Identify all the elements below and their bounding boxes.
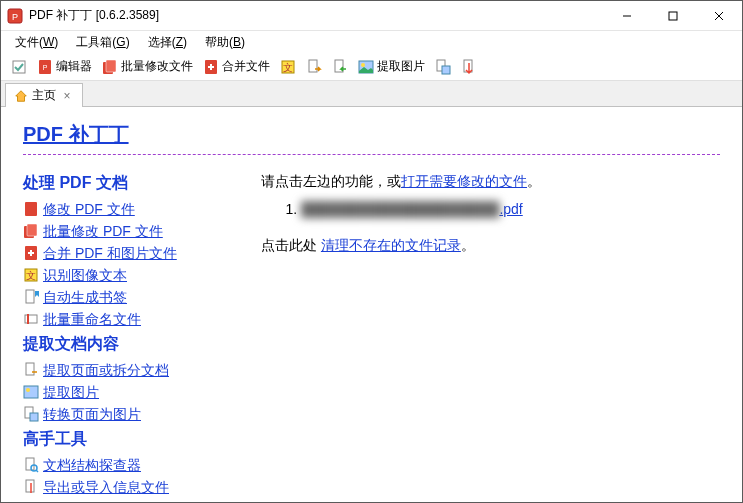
image-icon <box>358 59 374 75</box>
svg-line-37 <box>36 470 38 472</box>
svg-text:文: 文 <box>283 62 293 73</box>
svg-rect-21 <box>25 202 37 216</box>
toolbar-extract-image[interactable]: 提取图片 <box>354 56 429 77</box>
pdf-icon <box>23 201 39 217</box>
page-in-icon <box>332 59 348 75</box>
svg-rect-14 <box>309 60 317 72</box>
pdf-stack-icon <box>102 59 118 75</box>
svg-point-17 <box>361 63 365 67</box>
settings-icon <box>23 501 39 502</box>
svg-text:文: 文 <box>26 270 36 281</box>
inspect-icon <box>23 457 39 473</box>
app-icon: P <box>7 8 23 24</box>
svg-point-32 <box>26 388 30 392</box>
main-panel: 请点击左边的功能，或打开需要修改的文件。 ███████████████████… <box>261 169 720 502</box>
link-open-file[interactable]: 打开需要修改的文件 <box>401 173 527 189</box>
toolbar-merge[interactable]: 合并文件 <box>199 56 274 77</box>
minimize-button[interactable] <box>604 1 650 30</box>
cleanup-text: 点击此处 清理不存在的文件记录。 <box>261 233 720 257</box>
tab-close-button[interactable]: × <box>60 89 74 103</box>
close-button[interactable] <box>696 1 742 30</box>
svg-rect-19 <box>442 66 450 74</box>
titlebar: P PDF 补丁丁 [0.6.2.3589] <box>1 1 742 31</box>
tab-main[interactable]: 主页 × <box>5 83 83 107</box>
divider <box>23 154 720 155</box>
link-convert-image[interactable]: 转换页面为图片 <box>43 403 141 425</box>
split-icon <box>23 362 39 378</box>
svg-text:P: P <box>43 64 48 71</box>
toolbar-export[interactable] <box>457 57 481 77</box>
section-process-title: 处理 PDF 文档 <box>23 173 233 194</box>
toolbar-extract-page[interactable] <box>302 57 326 77</box>
svg-rect-6 <box>13 61 25 73</box>
recent-file-item: ████████████████████.pdf <box>301 197 720 221</box>
svg-rect-23 <box>27 224 37 236</box>
link-modify-pdf[interactable]: 修改 PDF 文件 <box>43 198 135 220</box>
svg-rect-28 <box>25 315 37 323</box>
toolbar-import-page[interactable] <box>328 57 352 77</box>
export-icon <box>461 59 477 75</box>
page-to-image-icon <box>435 59 451 75</box>
link-bookmark[interactable]: 自动生成书签 <box>43 286 127 308</box>
link-extract-image[interactable]: 提取图片 <box>43 381 99 403</box>
link-batch-modify[interactable]: 批量修改 PDF 文件 <box>43 220 163 242</box>
page-out-icon <box>306 59 322 75</box>
merge-icon <box>203 59 219 75</box>
image-icon <box>23 384 39 400</box>
checkbox-icon <box>11 59 27 75</box>
export-info-icon <box>23 479 39 495</box>
maximize-button[interactable] <box>650 1 696 30</box>
svg-rect-3 <box>669 12 677 20</box>
svg-rect-31 <box>24 386 38 398</box>
home-icon <box>14 89 28 103</box>
pdf-stack-icon <box>23 223 39 239</box>
toolbar-convert-image[interactable] <box>431 57 455 77</box>
merge-icon <box>23 245 39 261</box>
ocr-icon: 文 <box>23 267 39 283</box>
page-title: PDF 补丁丁 <box>23 121 720 148</box>
menu-select[interactable]: 选择(Z) <box>140 32 195 53</box>
menu-file[interactable]: 文件(W) <box>7 32 66 53</box>
recent-files-list: ████████████████████.pdf <box>301 197 720 221</box>
sidebar: 处理 PDF 文档 修改 PDF 文件 批量修改 PDF 文件 合并 PDF 和… <box>23 169 233 502</box>
svg-rect-10 <box>106 60 116 72</box>
link-export-info[interactable]: 导出或导入信息文件 <box>43 476 169 498</box>
content-area: PDF 补丁丁 处理 PDF 文档 修改 PDF 文件 批量修改 PDF 文件 … <box>1 107 742 502</box>
recent-file-link[interactable]: ████████████████████.pdf <box>301 201 523 217</box>
toolbar: P编辑器 批量修改文件 合并文件 文 提取图片 <box>1 53 742 81</box>
pdf-icon: P <box>37 59 53 75</box>
bookmark-icon <box>23 289 39 305</box>
svg-rect-27 <box>26 290 34 303</box>
link-structure[interactable]: 文档结构探查器 <box>43 454 141 476</box>
svg-rect-38 <box>26 480 34 492</box>
menu-help[interactable]: 帮助(B) <box>197 32 253 53</box>
link-settings[interactable]: 程序配置 <box>43 498 99 502</box>
svg-rect-35 <box>26 458 34 470</box>
link-extract-page[interactable]: 提取页面或拆分文档 <box>43 359 169 381</box>
link-rename[interactable]: 批量重命名文件 <box>43 308 141 330</box>
svg-rect-30 <box>26 363 34 375</box>
toolbar-editor[interactable]: P编辑器 <box>33 56 96 77</box>
intro-text: 请点击左边的功能，或打开需要修改的文件。 <box>261 169 720 193</box>
section-expert-title: 高手工具 <box>23 429 233 450</box>
section-extract-title: 提取文档内容 <box>23 334 233 355</box>
link-merge[interactable]: 合并 PDF 和图片文件 <box>43 242 177 264</box>
link-cleanup[interactable]: 清理不存在的文件记录 <box>321 237 461 253</box>
link-ocr[interactable]: 识别图像文本 <box>43 264 127 286</box>
convert-icon <box>23 406 39 422</box>
rename-icon <box>23 311 39 327</box>
svg-rect-34 <box>30 413 38 421</box>
tabstrip: 主页 × <box>1 81 742 107</box>
svg-text:P: P <box>12 12 18 22</box>
menubar: 文件(W) 工具箱(G) 选择(Z) 帮助(B) <box>1 31 742 53</box>
toolbar-checkbox[interactable] <box>7 57 31 77</box>
ocr-icon: 文 <box>280 59 296 75</box>
toolbar-batch-modify[interactable]: 批量修改文件 <box>98 56 197 77</box>
menu-toolbox[interactable]: 工具箱(G) <box>68 32 137 53</box>
toolbar-ocr[interactable]: 文 <box>276 57 300 77</box>
window-title: PDF 补丁丁 [0.6.2.3589] <box>29 7 604 24</box>
